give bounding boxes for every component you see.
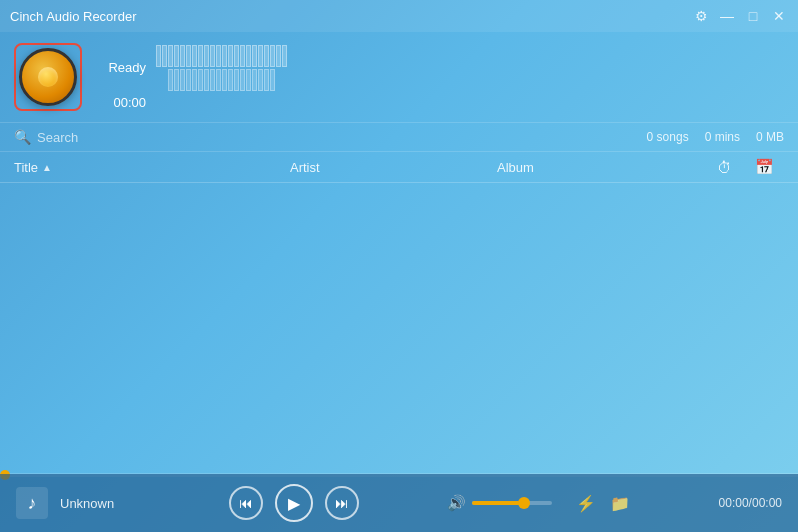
song-stats: 0 songs 0 mins 0 MB [647,130,784,144]
play-pause-button[interactable]: ▶ [275,484,313,522]
search-icon: 🔍 [14,129,31,145]
volume-icon: 🔊 [447,494,466,512]
wave-bar [252,45,257,67]
minimize-button[interactable]: — [718,7,736,25]
volume-slider[interactable] [472,501,552,505]
wave-bar [216,45,221,67]
wave-bar [180,45,185,67]
maximize-button[interactable]: □ [744,7,762,25]
calendar-icon: 📅 [755,158,774,175]
songs-count: 0 songs [647,130,689,144]
wave-bar [168,69,173,91]
filter-button[interactable]: ⚡ [576,494,596,513]
wave-bar [240,69,245,91]
wave-bar [240,45,245,67]
wave-bar [192,69,197,91]
wave-bar [174,45,179,67]
playback-controls: ⏮ ▶ ⏭ [229,484,359,522]
wave-bar [222,45,227,67]
track-name: Unknown [60,496,140,511]
wave-bar [252,69,257,91]
folder-button[interactable]: 📁 [610,494,630,513]
wave-bar [186,45,191,67]
wave-bar [210,45,215,67]
time-display: 00:00/00:00 [719,496,782,510]
wave-bar [282,45,287,67]
record-button[interactable] [19,48,77,106]
status-waveform-area: Ready 00:00 [96,45,784,110]
close-button[interactable]: ✕ [770,7,788,25]
wave-bar [168,45,173,67]
wave-bar [198,69,203,91]
title-bar: Cinch Audio Recorder ⚙ — □ ✕ [0,0,798,32]
sort-arrow-icon: ▲ [42,162,52,173]
wave-bar [228,45,233,67]
waveform-left [156,45,287,67]
wave-bar [264,69,269,91]
wave-bar [192,45,197,67]
search-bar: 🔍 0 songs 0 mins 0 MB [0,122,798,152]
column-headers: Title ▲ Artist Album ⏱ 📅 [0,152,798,183]
right-icons: ⚡ 📁 [576,494,630,513]
bottom-player-bar: ♪ Unknown ⏮ ▶ ⏭ 🔊 ⚡ 📁 00:00/00:00 [0,474,798,532]
settings-button[interactable]: ⚙ [692,7,710,25]
wave-bar [228,69,233,91]
col-artist[interactable]: Artist [290,160,497,175]
col-date[interactable]: 📅 [744,158,784,176]
wave-bar [174,69,179,91]
wave-bar [210,69,215,91]
wave-bar [270,45,275,67]
volume-thumb [518,497,530,509]
wave-bar [204,69,209,91]
time-icon: ⏱ [717,159,732,176]
volume-area: 🔊 [447,494,552,512]
wave-bar [270,69,275,91]
wave-bar [216,69,221,91]
wave-bar [276,45,281,67]
wave-bar [180,69,185,91]
app-title: Cinch Audio Recorder [10,9,136,24]
player-area: Ready 00:00 [0,32,798,122]
wave-bar [162,45,167,67]
size-count: 0 MB [756,130,784,144]
wave-bar [204,45,209,67]
volume-fill [472,501,520,505]
mins-count: 0 mins [705,130,740,144]
wave-bar [156,45,161,67]
prev-button[interactable]: ⏮ [229,486,263,520]
wave-bar [234,45,239,67]
wave-bar [234,69,239,91]
content-area [0,183,798,473]
status-row: Ready [96,45,784,91]
wave-bar [198,45,203,67]
wave-bar [258,45,263,67]
col-title[interactable]: Title ▲ [14,160,290,175]
wave-bar [258,69,263,91]
status-text: Ready [96,60,146,75]
next-button[interactable]: ⏭ [325,486,359,520]
timer-text: 00:00 [96,95,146,110]
record-button-inner [38,67,58,87]
search-input[interactable] [37,130,205,145]
waveform-display [156,45,287,91]
wave-bar [264,45,269,67]
col-album[interactable]: Album [497,160,704,175]
col-time[interactable]: ⏱ [704,159,744,176]
window-controls: ⚙ — □ ✕ [692,7,788,25]
record-button-wrapper [14,43,82,111]
waveform-right [168,69,287,91]
music-note-icon: ♪ [16,487,48,519]
wave-bar [186,69,191,91]
wave-bar [246,69,251,91]
wave-bar [222,69,227,91]
wave-bar [246,45,251,67]
